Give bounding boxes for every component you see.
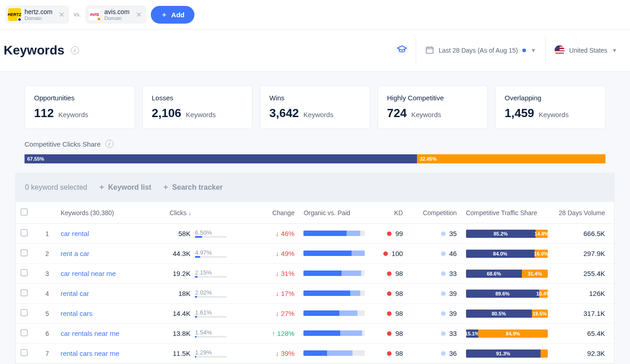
row-checkbox[interactable] xyxy=(20,309,28,316)
col-clicks[interactable]: Clicks ↓ xyxy=(165,202,250,224)
change-value: ↓ 17% xyxy=(276,290,295,297)
col-cts[interactable]: Competitive Traffic Share xyxy=(461,202,552,224)
change-value: ↑ 128% xyxy=(272,330,294,337)
table-row: 3 car rental near me 19.2K 2.15% ↓ 31% 9… xyxy=(16,264,614,284)
kd-value: 98 xyxy=(395,310,403,317)
clicks-value: 18K xyxy=(169,290,190,297)
clicks-value: 13.8K xyxy=(169,330,190,337)
row-checkbox[interactable] xyxy=(20,289,28,296)
select-all-checkbox[interactable] xyxy=(20,208,28,216)
traffic-share-bar: 84.0%16.0% xyxy=(466,250,548,258)
row-index: 2 xyxy=(45,250,49,257)
page-header: Keywords i Last 28 Days (As of Aug 15) ▼… xyxy=(0,30,630,72)
clicks-pct: 2.02% xyxy=(195,289,227,296)
clicks-pct: 1.29% xyxy=(195,349,227,356)
stat-card[interactable]: Wins 3,642 Keywords xyxy=(260,85,370,129)
close-icon[interactable]: ✕ xyxy=(136,10,142,19)
keyword-link[interactable]: car rental xyxy=(60,230,89,237)
organic-paid-bar xyxy=(303,271,365,276)
country-selector[interactable]: United States ▼ xyxy=(545,37,626,64)
competition-value: 33 xyxy=(449,330,457,337)
competition-dot-icon xyxy=(441,351,446,356)
info-icon[interactable]: i xyxy=(71,46,79,54)
stat-unit: Keywords xyxy=(58,111,88,118)
stat-unit: Keywords xyxy=(539,111,569,118)
date-range-selector[interactable]: Last 28 Days (As of Aug 15) ▼ xyxy=(416,37,545,64)
favicon-hertz: HERTZ xyxy=(8,8,21,21)
row-checkbox[interactable] xyxy=(20,329,28,336)
chip-text: avis.com Domain xyxy=(104,8,129,21)
col-change[interactable]: Change xyxy=(250,202,299,224)
clicks-bar xyxy=(195,356,227,358)
organic-paid-bar xyxy=(303,350,365,356)
kd-cell: 98 xyxy=(387,270,403,277)
domain-chip-a[interactable]: HERTZ hertz.com Domain ✕ xyxy=(5,5,69,24)
info-icon[interactable]: i xyxy=(105,140,114,148)
domain-name: avis.com xyxy=(104,8,129,15)
keyword-link[interactable]: rental cars xyxy=(60,310,92,317)
row-checkbox[interactable] xyxy=(20,269,28,276)
domain-chip-b[interactable]: AVIS avis.com Domain ✕ xyxy=(85,5,146,24)
row-checkbox[interactable] xyxy=(20,249,28,256)
stats-row: Opportunities 112 KeywordsLosses 2,106 K… xyxy=(0,85,630,140)
change-value: ↓ 49% xyxy=(276,250,295,257)
competition-dot-icon xyxy=(441,311,446,316)
clicks-pct: 2.15% xyxy=(195,269,227,276)
search-tracker-button[interactable]: ＋ Search tracker xyxy=(162,182,223,192)
stat-card[interactable]: Highly Competitive 724 Keywords xyxy=(377,85,488,129)
plus-icon: ＋ xyxy=(161,10,168,19)
row-index: 4 xyxy=(45,290,49,297)
col-ovp[interactable]: Organic vs. Paid xyxy=(299,202,372,224)
kd-cell: 98 xyxy=(387,290,403,297)
col-competition[interactable]: Competition xyxy=(407,202,461,224)
stat-unit: Keywords xyxy=(411,111,441,118)
keyword-link[interactable]: rent a car xyxy=(60,250,89,257)
keyword-link[interactable]: car rental near me xyxy=(60,270,116,277)
domain-sub: Domain xyxy=(25,15,52,21)
row-index: 1 xyxy=(45,230,49,237)
selected-count: 0 keyword selected xyxy=(25,183,87,192)
keyword-link[interactable]: rental car xyxy=(60,290,89,297)
table-header-row: Keywords (30,380) Clicks ↓ Change Organi… xyxy=(16,202,614,224)
add-button[interactable]: ＋ Add xyxy=(151,6,194,24)
organic-paid-bar xyxy=(303,290,365,296)
domain-name: hertz.com xyxy=(25,8,52,15)
col-keywords[interactable]: Keywords (30,380) xyxy=(56,202,165,224)
close-icon[interactable]: ✕ xyxy=(59,10,64,19)
share-title-text: Competitive Clicks Share xyxy=(25,140,101,148)
add-label: Add xyxy=(171,11,184,19)
stat-card[interactable]: Opportunities 112 Keywords xyxy=(25,85,135,129)
table-row: 5 rental cars 14.4K 1.61% ↓ 27% 98 39 80… xyxy=(16,304,614,324)
graduation-cap-icon[interactable] xyxy=(397,44,416,57)
table-row: 4 rental car 18K 2.02% ↓ 17% 98 39 89.6%… xyxy=(16,284,614,304)
share-seg-b: 32.45% xyxy=(417,154,605,163)
stat-card[interactable]: Overlapping 1,459 Keywords xyxy=(495,85,605,129)
stat-label: Highly Competitive xyxy=(387,94,478,102)
volume-value: 126K xyxy=(589,290,605,297)
table-row: 1 car rental 58K 6.50% ↓ 46% 99 35 85.2%… xyxy=(16,224,614,244)
stat-value: 1,459 xyxy=(505,106,534,120)
row-checkbox[interactable] xyxy=(20,229,28,236)
col-kd[interactable]: KD xyxy=(372,202,407,224)
keyword-list-button[interactable]: ＋ Keyword list xyxy=(98,182,151,192)
kd-cell: 98 xyxy=(387,349,403,357)
keyword-link[interactable]: car rentals near me xyxy=(60,330,119,337)
competition-cell: 35 xyxy=(441,230,457,237)
kd-value: 98 xyxy=(395,349,403,357)
competition-value: 46 xyxy=(449,250,457,257)
competition-cell: 39 xyxy=(441,290,457,297)
favicon-avis: AVIS xyxy=(88,8,101,21)
col-volume[interactable]: 28 Days Volume xyxy=(552,202,614,224)
stat-label: Overlapping xyxy=(505,94,596,102)
series-dot-a-icon xyxy=(17,17,22,22)
chevron-down-icon: ▼ xyxy=(612,47,617,54)
traffic-share-bar: 85.2%14.8% xyxy=(466,230,548,238)
stat-card[interactable]: Losses 2,106 Keywords xyxy=(142,85,253,129)
clicks-pct: 1.54% xyxy=(195,329,227,336)
keywords-table-wrap: 0 keyword selected ＋ Keyword list ＋ Sear… xyxy=(15,172,615,364)
row-checkbox[interactable] xyxy=(20,349,28,356)
flag-us-icon xyxy=(555,45,565,55)
kd-dot-icon xyxy=(387,291,392,296)
clicks-bar xyxy=(195,256,227,258)
keyword-link[interactable]: rental cars near me xyxy=(60,349,119,357)
